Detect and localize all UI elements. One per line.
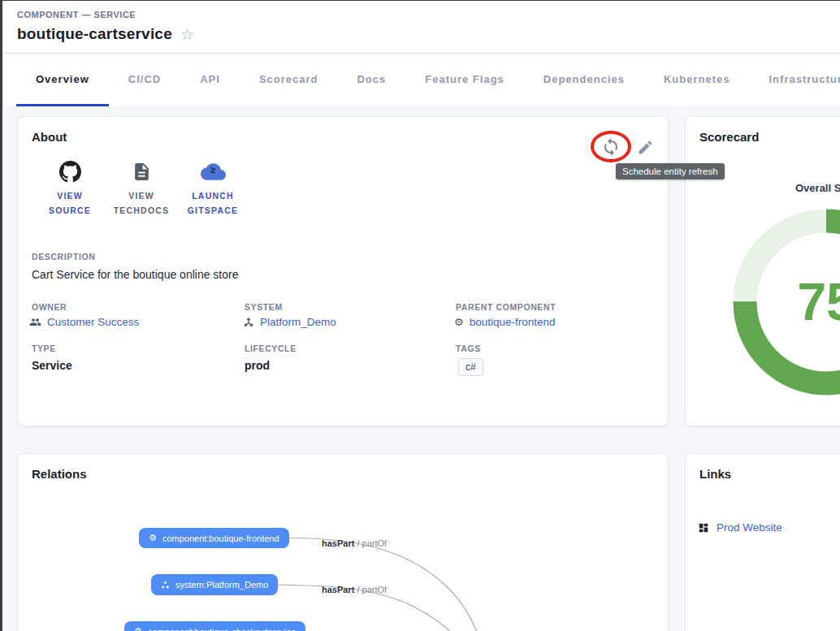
tab-bar: Overview CI/CD API Scorecard Docs Featur…	[0, 54, 840, 106]
owner-value: Customer Success	[47, 316, 139, 328]
breadcrumb: COMPONENT — SERVICE	[17, 10, 136, 19]
parent-component-label: PARENT COMPONENT	[456, 302, 556, 312]
tab-docs[interactable]: Docs	[337, 54, 405, 106]
tab-kubernetes[interactable]: Kubernetes	[644, 54, 750, 106]
relations-card-title: Relations	[32, 467, 87, 481]
tooltip-schedule-entity-refresh: Schedule entity refresh	[616, 163, 725, 179]
group-icon	[29, 316, 41, 328]
edge-label-haspart-partof: hasPart / partOf	[322, 585, 387, 594]
lifecycle-label: LIFECYCLE	[245, 344, 297, 353]
component-gear-icon: ⚙	[149, 534, 157, 542]
tab-overview[interactable]: Overview	[16, 54, 109, 106]
window-edge-left	[0, 0, 2, 631]
tag-chip-csharp[interactable]: c#	[458, 358, 483, 376]
page-title: boutique-cartservice	[17, 25, 172, 43]
relation-node-boutique-checkoutservice[interactable]: ⚙ component:boutique-checkoutservice	[124, 621, 305, 631]
edge-label-haspart-partof: hasPart / partOf	[322, 538, 387, 548]
type-label: TYPE	[32, 344, 56, 353]
view-source-label-1: VIEW	[57, 191, 83, 201]
component-gear-icon: ⚙	[134, 627, 142, 631]
about-actions: VIEWSOURCE VIEWTECHDOCS ≥ LAUNCHGITSPACE	[34, 159, 249, 218]
entity-header: COMPONENT — SERVICE boutique-cartservice…	[0, 0, 840, 54]
gitspace-cloud-icon: ≥	[201, 159, 226, 184]
gitspace-prompt-glyph: ≥	[210, 165, 215, 175]
lifecycle-value: prod	[245, 359, 270, 372]
type-value: Service	[32, 359, 72, 372]
tags-label: TAGS	[456, 344, 481, 353]
relation-node-platform-demo[interactable]: system:Platform_Demo	[151, 574, 278, 595]
about-card: About Schedule entity refresh VIEWSOURCE…	[17, 116, 669, 426]
tab-feature-flags[interactable]: Feature Flags	[405, 54, 524, 106]
view-techdocs-button[interactable]: VIEWTECHDOCS	[106, 159, 177, 218]
system-icon	[243, 317, 254, 328]
system-label: SYSTEM	[245, 302, 283, 312]
github-icon	[59, 159, 81, 184]
relation-node-boutique-frontend[interactable]: ⚙ component:boutique-frontend	[139, 528, 289, 548]
relation-node-label: system:Platform_Demo	[175, 580, 268, 590]
parent-component-link[interactable]: ⚙ boutique-frontend	[454, 316, 556, 328]
links-card-title: Links	[699, 467, 731, 481]
view-techdocs-label-2: TECHDOCS	[114, 205, 170, 215]
refresh-button[interactable]	[601, 137, 621, 157]
scorecard-card-title: Scorecard	[699, 130, 759, 144]
launch-gitspace-button[interactable]: ≥ LAUNCHGITSPACE	[177, 159, 249, 218]
sync-icon	[601, 137, 621, 157]
relation-node-label: component:boutique-frontend	[162, 534, 279, 543]
component-gear-icon: ⚙	[454, 317, 464, 327]
system-value: Platform_Demo	[260, 316, 336, 328]
description-value: Cart Service for the boutique online sto…	[32, 268, 238, 281]
overall-score-label: Overall Score	[795, 182, 840, 194]
window-edge-top	[0, 0, 840, 1]
edit-button[interactable]	[637, 139, 654, 156]
owner-link[interactable]: Customer Success	[29, 316, 139, 328]
about-card-title: About	[32, 130, 67, 144]
view-source-button[interactable]: VIEWSOURCE	[34, 159, 106, 218]
favorite-star-icon[interactable]: ☆	[180, 27, 194, 42]
pencil-icon	[637, 139, 654, 156]
system-icon	[161, 581, 170, 590]
view-source-label-2: SOURCE	[49, 205, 91, 215]
system-link[interactable]: Platform_Demo	[243, 316, 336, 328]
score-value: 75	[797, 273, 840, 331]
score-donut: 75	[721, 197, 840, 408]
description-label: DESCRIPTION	[32, 252, 95, 261]
techdocs-document-icon	[132, 159, 152, 184]
prod-website-link[interactable]: Prod Website	[698, 521, 782, 534]
launch-gitspace-label-2: GITSPACE	[188, 205, 239, 215]
owner-label: OWNER	[32, 302, 67, 312]
relations-card: Relations ⚙ component:boutique-frontend …	[17, 453, 669, 631]
dashboard-grid-icon	[698, 522, 709, 534]
launch-gitspace-label-1: LAUNCH	[192, 191, 234, 201]
parent-component-value: boutique-frontend	[470, 316, 556, 328]
relation-node-label: component:boutique-checkoutservice	[148, 627, 296, 631]
tab-api[interactable]: API	[180, 54, 240, 106]
view-techdocs-label-1: VIEW	[128, 191, 154, 201]
tab-infrastructure[interactable]: Infrastructure	[750, 54, 840, 106]
prod-website-label: Prod Website	[717, 521, 782, 534]
links-card: Links Prod Website	[685, 453, 840, 631]
tab-dependencies[interactable]: Dependencies	[524, 54, 644, 106]
tab-scorecard[interactable]: Scorecard	[240, 54, 338, 106]
tab-cicd[interactable]: CI/CD	[109, 54, 180, 106]
